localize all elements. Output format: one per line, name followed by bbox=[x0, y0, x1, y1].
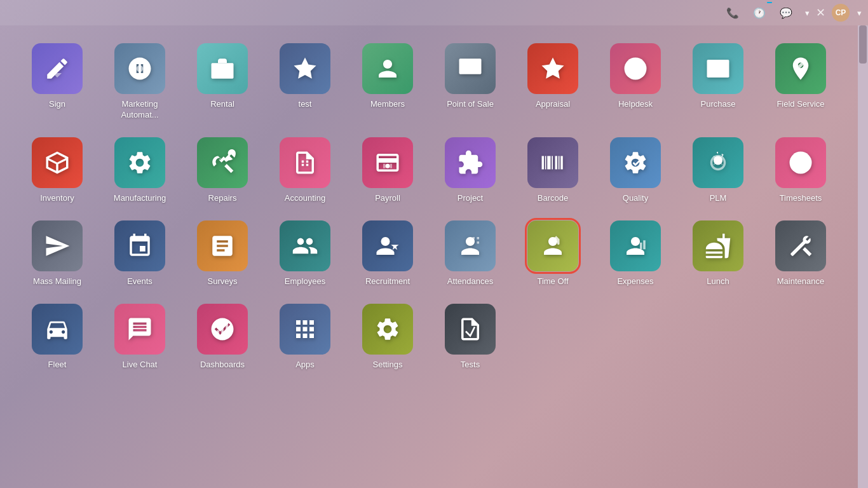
svg-point-9 bbox=[634, 74, 637, 77]
company-selector[interactable]: ▾ bbox=[803, 8, 810, 18]
app-icon-time-off bbox=[527, 220, 578, 271]
app-icon-apps bbox=[280, 304, 330, 355]
app-icon-lunch bbox=[693, 220, 743, 271]
chat-icon[interactable]: 💬 bbox=[776, 4, 796, 22]
app-icon-plm bbox=[693, 137, 743, 188]
app-icon-employees bbox=[280, 220, 330, 271]
app-icon-repairs bbox=[197, 137, 248, 188]
app-label-project: Project bbox=[458, 193, 483, 204]
app-icon-quality bbox=[610, 137, 661, 188]
app-label-payroll: Payroll bbox=[375, 193, 400, 204]
app-item-employees[interactable]: Employees bbox=[267, 215, 343, 292]
app-item-live-chat[interactable]: Live Chat bbox=[102, 299, 178, 376]
app-item-plm[interactable]: PLM bbox=[680, 132, 756, 209]
app-label-mass-mailing: Mass Mailing bbox=[33, 276, 81, 287]
app-icon-manufacturing bbox=[114, 137, 165, 188]
app-item-inventory[interactable]: Inventory bbox=[19, 132, 95, 209]
app-item-members[interactable]: Members bbox=[349, 38, 426, 126]
close-icon[interactable]: ✕ bbox=[816, 6, 825, 20]
app-label-sign: Sign bbox=[49, 99, 65, 110]
app-item-payroll[interactable]: Payroll bbox=[349, 132, 426, 209]
app-label-maintenance: Maintenance bbox=[777, 276, 824, 287]
avatar: CP bbox=[832, 4, 850, 22]
app-item-accounting[interactable]: Accounting bbox=[267, 132, 343, 209]
app-label-marketing: Marketing Automat... bbox=[104, 99, 175, 121]
app-icon-marketing bbox=[114, 43, 165, 94]
app-icon-tests bbox=[445, 304, 496, 355]
app-icon-inventory bbox=[32, 137, 83, 188]
scrollbar-track[interactable] bbox=[858, 25, 868, 488]
app-label-quality: Quality bbox=[623, 193, 648, 204]
app-item-barcode[interactable]: Barcode bbox=[515, 132, 591, 209]
app-item-project[interactable]: Project bbox=[432, 132, 508, 209]
app-item-marketing[interactable]: Marketing Automat... bbox=[102, 38, 178, 126]
app-icon-project bbox=[445, 137, 496, 188]
app-icon-maintenance bbox=[775, 220, 826, 271]
app-label-tests: Tests bbox=[461, 360, 480, 370]
app-item-helpdesk[interactable]: Helpdesk bbox=[597, 38, 674, 126]
app-item-repairs[interactable]: Repairs bbox=[184, 132, 261, 209]
app-icon-members bbox=[362, 43, 413, 94]
app-icon-accounting bbox=[280, 137, 330, 188]
app-item-dashboards[interactable]: Dashboards bbox=[184, 299, 261, 376]
app-item-surveys[interactable]: Surveys bbox=[184, 215, 261, 292]
app-label-dashboards: Dashboards bbox=[200, 360, 245, 370]
svg-point-13 bbox=[386, 164, 390, 168]
app-item-timesheets[interactable]: Timesheets bbox=[763, 132, 839, 209]
app-item-manufacturing[interactable]: Manufacturing bbox=[102, 132, 178, 209]
app-icon-expenses bbox=[610, 220, 661, 271]
scrollbar-thumb[interactable] bbox=[859, 25, 867, 64]
app-icon-fleet bbox=[32, 304, 83, 355]
app-icon-purchase bbox=[693, 43, 743, 94]
app-item-fleet[interactable]: Fleet bbox=[19, 299, 95, 376]
app-item-recruitment[interactable]: Recruitment bbox=[349, 215, 426, 292]
app-item-maintenance[interactable]: Maintenance bbox=[763, 215, 839, 292]
app-label-time-off: Time Off bbox=[537, 276, 568, 287]
apps-grid: SignMarketing Automat...RentaltestMember… bbox=[0, 25, 858, 488]
app-icon-payroll bbox=[362, 137, 413, 188]
app-item-purchase[interactable]: Purchase bbox=[680, 38, 756, 126]
app-label-members: Members bbox=[370, 99, 405, 110]
app-item-expenses[interactable]: Expenses bbox=[597, 215, 674, 292]
app-label-employees: Employees bbox=[285, 276, 325, 287]
topbar: 📞 🕐 💬 ▾ ✕ CP ▾ bbox=[0, 0, 868, 25]
app-item-test[interactable]: test bbox=[267, 38, 343, 126]
app-icon-surveys bbox=[197, 220, 248, 271]
activity-icon: 🕐 bbox=[749, 4, 770, 22]
app-item-lunch[interactable]: Lunch bbox=[680, 215, 756, 292]
app-label-rental: Rental bbox=[210, 99, 234, 110]
app-item-apps[interactable]: Apps bbox=[267, 299, 343, 376]
svg-rect-5 bbox=[463, 63, 467, 66]
app-icon-dashboards bbox=[197, 304, 248, 355]
app-label-surveys: Surveys bbox=[208, 276, 238, 287]
app-item-appraisal[interactable]: Appraisal bbox=[515, 38, 591, 126]
app-icon-mass-mailing bbox=[32, 220, 83, 271]
app-icon-field-service bbox=[775, 43, 826, 94]
user-chevron: ▾ bbox=[857, 8, 862, 18]
app-label-fleet: Fleet bbox=[48, 360, 67, 370]
app-item-tests[interactable]: Tests bbox=[432, 299, 508, 376]
phone-icon[interactable]: 📞 bbox=[722, 4, 743, 22]
app-item-sign[interactable]: Sign bbox=[19, 38, 95, 126]
app-label-plm: PLM bbox=[710, 193, 727, 204]
app-label-expenses: Expenses bbox=[617, 276, 653, 287]
activity-badge bbox=[767, 2, 772, 3]
app-item-events[interactable]: Events bbox=[102, 215, 178, 292]
app-item-mass-mailing[interactable]: Mass Mailing bbox=[19, 215, 95, 292]
app-icon-sign bbox=[32, 43, 83, 94]
app-icon-events bbox=[114, 220, 165, 271]
app-label-repairs: Repairs bbox=[208, 193, 237, 204]
activity-icon-wrap[interactable]: 🕐 bbox=[749, 4, 770, 22]
app-item-attendances[interactable]: Attendances bbox=[432, 215, 508, 292]
app-item-field-service[interactable]: Field Service bbox=[763, 38, 839, 126]
app-label-attendances: Attendances bbox=[447, 276, 493, 287]
app-label-field-service: Field Service bbox=[776, 99, 824, 110]
app-item-point-of-sale[interactable]: Point of Sale bbox=[432, 38, 508, 126]
app-label-helpdesk: Helpdesk bbox=[618, 99, 653, 110]
user-menu[interactable]: CP ▾ bbox=[832, 4, 862, 22]
app-item-time-off[interactable]: Time Off bbox=[515, 215, 591, 292]
app-item-quality[interactable]: Quality bbox=[597, 132, 674, 209]
svg-point-11 bbox=[712, 71, 715, 74]
app-item-rental[interactable]: Rental bbox=[184, 38, 261, 126]
app-item-settings[interactable]: Settings bbox=[349, 299, 426, 376]
